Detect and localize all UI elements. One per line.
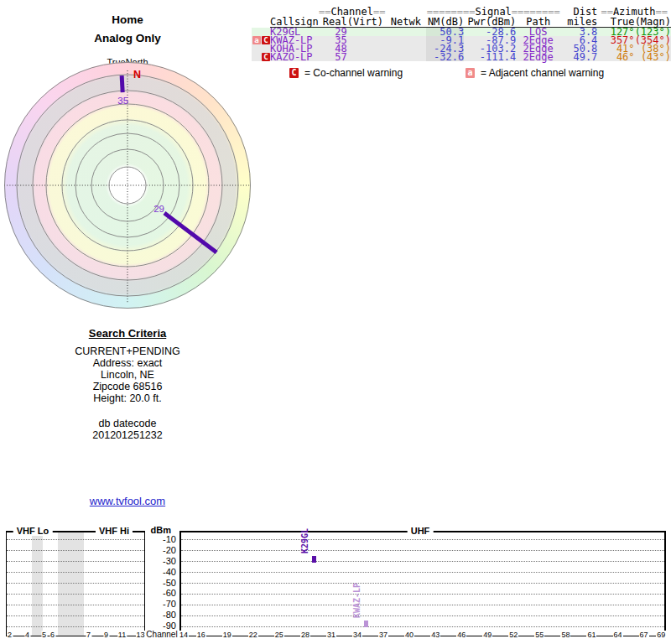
gridline bbox=[7, 594, 144, 595]
channel-tick-label: 28 bbox=[300, 631, 310, 639]
page-subtitle: Analog Only bbox=[27, 32, 228, 44]
gridline bbox=[181, 561, 664, 562]
gridline bbox=[7, 615, 144, 616]
spectrum-gap-band bbox=[58, 532, 84, 636]
channel-tick-label: 2 bbox=[7, 631, 13, 639]
station-table: ==Channel== ========Signal======== Dist … bbox=[252, 7, 671, 61]
y-tick-label: -60 bbox=[148, 588, 176, 599]
col-virt: (Virt) bbox=[347, 17, 386, 28]
gridline bbox=[7, 583, 144, 584]
channel-tick-label: 40 bbox=[404, 631, 414, 639]
gridline bbox=[7, 572, 144, 573]
svg-text:35: 35 bbox=[117, 96, 128, 106]
signal-marker-label: KWAZ-LP bbox=[353, 583, 362, 618]
channel-tick-label: 61 bbox=[586, 631, 596, 639]
search-criteria-title: Search Criteria bbox=[27, 327, 228, 340]
channel-tick-label: 9 bbox=[103, 631, 109, 639]
gridline bbox=[7, 539, 144, 540]
co-channel-warning-icon: C bbox=[262, 53, 270, 61]
channel-tick-label: 46 bbox=[456, 631, 466, 639]
azimuth-polar-plot: 3529N bbox=[2, 60, 253, 311]
search-criteria-line: Height: 20.0 ft. bbox=[27, 392, 228, 404]
channel-tick-label: 52 bbox=[508, 631, 518, 639]
y-tick-label: -30 bbox=[148, 556, 176, 567]
y-tick-label: -10 bbox=[148, 534, 176, 545]
channel-tick-label: 55 bbox=[534, 631, 544, 639]
y-tick-label: -80 bbox=[148, 610, 176, 621]
db-datecode-line: db datecode bbox=[27, 418, 228, 429]
channel-tick-label: 19 bbox=[222, 631, 232, 639]
channel-tick-label: 22 bbox=[248, 631, 258, 639]
search-criteria-lines: CURRENT+PENDINGAddress: exactLincoln, NE… bbox=[27, 345, 228, 404]
channel-tick-label: 34 bbox=[352, 631, 362, 639]
y-tick-label: -70 bbox=[148, 599, 176, 610]
channel-tick-label: 14 bbox=[179, 631, 189, 639]
channel-tick-label: 25 bbox=[274, 631, 284, 639]
svg-text:29: 29 bbox=[153, 204, 164, 214]
gridline bbox=[7, 550, 144, 551]
channel-tick-label: 69 bbox=[656, 631, 666, 639]
gridline bbox=[181, 605, 664, 605]
gridline bbox=[7, 605, 144, 605]
uhf-plot-box: 1416192225283134374043464952555861646769… bbox=[179, 531, 666, 636]
vhf-lo-label: VHF Lo bbox=[13, 526, 53, 536]
channel-tick-label: 4 bbox=[24, 631, 30, 639]
channel-tick-label: 43 bbox=[430, 631, 440, 639]
db-datecode: db datecode201201251232 bbox=[27, 418, 228, 441]
gridline bbox=[181, 615, 664, 616]
vhf-hi-label: VHF Hi bbox=[96, 526, 133, 536]
col-netwk: Netwk bbox=[385, 17, 426, 28]
channel-tick-label: 67 bbox=[639, 631, 649, 639]
channel-tick-label: 64 bbox=[612, 631, 622, 639]
gridline bbox=[181, 550, 664, 551]
adjacent-channel-warning-icon: a bbox=[252, 36, 261, 44]
channel-tick-label: 49 bbox=[482, 631, 492, 639]
y-tick-label: -40 bbox=[148, 567, 176, 578]
signal-marker bbox=[364, 621, 368, 627]
search-criteria-line: Zipcode 68516 bbox=[27, 381, 228, 392]
legend-adjacent-channel: a = Adjacent channel warning bbox=[465, 67, 604, 79]
gridline bbox=[7, 626, 144, 627]
channel-tick-label: 11 bbox=[117, 631, 127, 639]
adjacent-channel-warning-icon: a bbox=[466, 68, 475, 78]
legend-adjacent-channel-text: = Adjacent channel warning bbox=[481, 67, 604, 79]
tvfool-link[interactable]: www.tvfool.com bbox=[90, 495, 165, 507]
co-channel-warning-icon: C bbox=[289, 68, 299, 78]
signal-marker-label: K29GL bbox=[301, 528, 309, 553]
signal-marker bbox=[312, 556, 316, 563]
gridline bbox=[181, 539, 664, 540]
gridline bbox=[181, 572, 664, 573]
channel-tick-label: 37 bbox=[378, 631, 388, 639]
legend-co-channel-text: = Co-channel warning bbox=[304, 67, 403, 79]
legend-co-channel: C = Co-channel warning bbox=[289, 67, 403, 79]
channel-tick-label: 16 bbox=[196, 631, 206, 639]
co-channel-warning-icon: C bbox=[262, 36, 270, 44]
search-criteria-line: Address: exact bbox=[27, 357, 228, 369]
y-tick-label: -90 bbox=[148, 621, 176, 631]
spectrum-gap-band bbox=[32, 532, 43, 636]
search-criteria-line: Lincoln, NE bbox=[27, 369, 228, 381]
channel-tick-label: 31 bbox=[326, 631, 336, 639]
svg-text:N: N bbox=[133, 69, 141, 80]
db-datecode-line: 201201251232 bbox=[27, 429, 228, 441]
site-link-wrap: www.tvfool.com bbox=[27, 495, 228, 507]
channel-tick-label: 7 bbox=[86, 631, 91, 639]
channel-tick-label: 5 bbox=[41, 631, 47, 639]
channel-tick-label: 6 bbox=[49, 631, 55, 639]
table-row: CKAZO-LP57-32.6-111.42Edge49.746°(43°) bbox=[252, 53, 671, 61]
uhf-label: UHF bbox=[408, 526, 434, 536]
channel-signal-chart: 2456791113 14161922252831343740434649525… bbox=[0, 522, 671, 644]
channel-tick-label: 58 bbox=[560, 631, 570, 639]
polar-overlay: 3529N bbox=[2, 60, 253, 311]
gridline bbox=[181, 626, 664, 627]
y-tick-label: -50 bbox=[148, 578, 176, 589]
page-title: Home bbox=[27, 13, 228, 26]
gridline bbox=[181, 594, 664, 595]
y-tick-label: -20 bbox=[148, 545, 176, 556]
vhf-plot-box: 2456791113 bbox=[6, 531, 145, 636]
gridline bbox=[181, 583, 664, 584]
search-criteria-line: CURRENT+PENDING bbox=[27, 345, 228, 357]
gridline bbox=[7, 561, 144, 562]
